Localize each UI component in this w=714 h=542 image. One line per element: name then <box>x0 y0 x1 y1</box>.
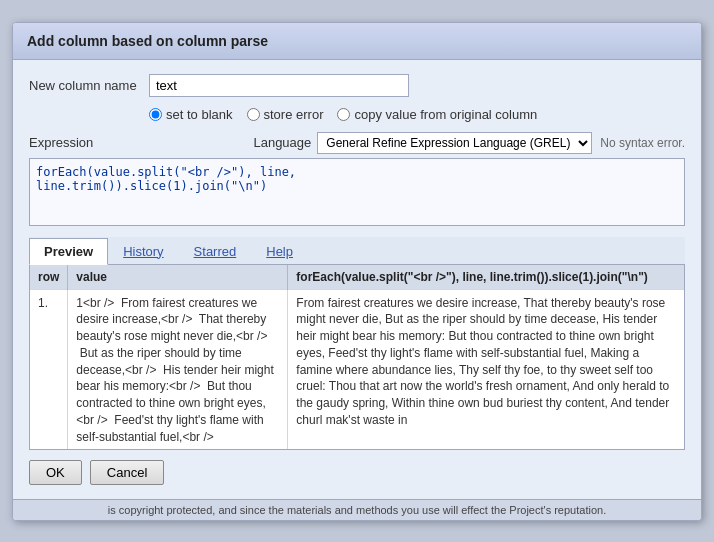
col-header-value: value <box>68 265 288 290</box>
table-row: 1. 1<br /> From fairest creatures we des… <box>30 289 684 450</box>
col-header-result: forEach(value.split("<br />"), line, lin… <box>288 265 684 290</box>
cell-result: From fairest creatures we desire increas… <box>288 289 684 450</box>
tab-starred[interactable]: Starred <box>179 238 252 265</box>
expression-textarea[interactable]: forEach(value.split("<br />"), line, lin… <box>29 158 685 226</box>
tab-help[interactable]: Help <box>251 238 308 265</box>
language-select[interactable]: General Refine Expression Language (GREL… <box>317 132 592 154</box>
language-label: Language <box>253 135 311 150</box>
tabs-bar: Preview History Starred Help <box>29 237 685 265</box>
radio-store-error[interactable]: store error <box>247 107 324 122</box>
new-column-input[interactable] <box>149 74 409 97</box>
table-header-row: row value forEach(value.split("<br />"),… <box>30 265 684 290</box>
cell-row-number: 1. <box>30 289 68 450</box>
cell-value: 1<br /> From fairest creatures we desire… <box>68 289 288 450</box>
preview-table-wrapper[interactable]: row value forEach(value.split("<br />"),… <box>29 265 685 450</box>
bottom-bar: is copyright protected, and since the ma… <box>13 499 701 520</box>
add-column-dialog: Add column based on column parse New col… <box>12 22 702 521</box>
expression-language-row: Expression Language General Refine Expre… <box>29 132 685 154</box>
radio-set-blank[interactable]: set to blank <box>149 107 233 122</box>
radio-copy-value[interactable]: copy value from original column <box>337 107 537 122</box>
preview-table: row value forEach(value.split("<br />"),… <box>30 265 684 450</box>
expression-area-wrapper: forEach(value.split("<br />"), line, lin… <box>29 158 685 229</box>
tab-preview[interactable]: Preview <box>29 238 108 265</box>
error-handling-row: set to blank store error copy value from… <box>149 107 685 122</box>
syntax-note: No syntax error. <box>600 136 685 150</box>
dialog-body: New column name set to blank store error… <box>13 60 701 499</box>
dialog-title: Add column based on column parse <box>13 23 701 60</box>
new-column-label: New column name <box>29 78 139 93</box>
footer-row: OK Cancel <box>29 450 685 489</box>
ok-button[interactable]: OK <box>29 460 82 485</box>
expression-label: Expression <box>29 135 139 150</box>
col-header-row: row <box>30 265 68 290</box>
tab-history[interactable]: History <box>108 238 178 265</box>
new-column-name-row: New column name <box>29 74 685 97</box>
cancel-button[interactable]: Cancel <box>90 460 164 485</box>
